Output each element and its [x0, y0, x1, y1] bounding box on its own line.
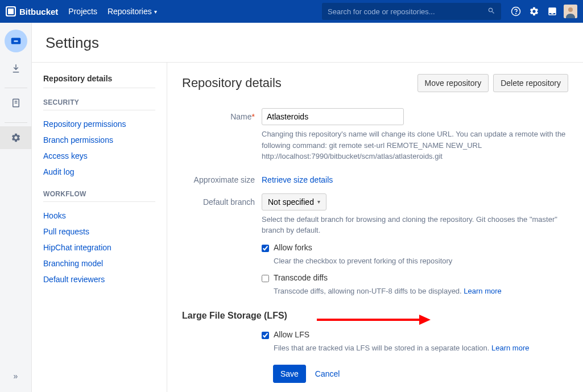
nav-branch-permissions[interactable]: Branch permissions — [43, 132, 155, 148]
user-avatar[interactable] — [564, 5, 577, 18]
default-branch-select[interactable]: Not specified ▾ — [262, 193, 326, 211]
search-input[interactable] — [328, 7, 487, 16]
settings-nav-title: Repository details — [43, 74, 155, 88]
lfs-learn-more-link[interactable]: Learn more — [491, 344, 529, 352]
name-input[interactable] — [262, 108, 404, 125]
branch-help-text: Select the default branch for browsing a… — [262, 214, 568, 236]
nav-repositories-label: Repositories — [107, 7, 152, 16]
security-section-label: SECURITY — [43, 98, 155, 110]
transcode-diffs-checkbox[interactable] — [262, 275, 269, 282]
nav-hooks[interactable]: Hooks — [43, 208, 155, 224]
transcode-learn-more-link[interactable]: Learn more — [464, 287, 501, 295]
svg-rect-5 — [14, 40, 18, 42]
allow-forks-help: Clear the checkbox to prevent forking of… — [274, 255, 568, 267]
chevron-down-icon: ▾ — [154, 9, 157, 15]
bitbucket-icon — [6, 6, 16, 16]
default-branch-value: Not specified — [268, 197, 314, 207]
content-area: Repository details Move repository Delet… — [167, 63, 583, 392]
allow-lfs-help: Files that are tracked via LFS will be s… — [274, 343, 568, 354]
allow-forks-checkbox[interactable] — [262, 245, 269, 252]
nav-audit-log[interactable]: Audit log — [43, 164, 155, 180]
retrieve-size-link[interactable]: Retrieve size details — [262, 171, 333, 184]
name-label: Name* — [182, 108, 262, 162]
cancel-button[interactable]: Cancel — [308, 365, 347, 382]
move-repository-button[interactable]: Move repository — [417, 74, 489, 92]
admin-gear-icon[interactable] — [525, 2, 543, 20]
nav-default-reviewers[interactable]: Default reviewers — [43, 271, 155, 287]
allow-forks-label: Allow forks — [274, 243, 568, 252]
nav-hipchat[interactable]: HipChat integration — [43, 240, 155, 255]
sidebar-collapse-button[interactable]: » — [0, 365, 32, 387]
transcode-diffs-help: Transcode diffs, allowing non-UTF-8 diff… — [274, 286, 568, 297]
lfs-heading: Large File Storage (LFS) — [182, 311, 568, 321]
search-box[interactable] — [322, 3, 501, 20]
size-label: Approximate size — [182, 171, 262, 184]
brand-name: Bitbucket — [19, 7, 58, 16]
name-help-text: Changing this repository's name will cha… — [262, 129, 568, 162]
settings-nav: Repository details SECURITY Repository p… — [32, 63, 167, 392]
chevron-down-icon: ▾ — [317, 199, 320, 205]
sidebar-settings-icon[interactable] — [0, 126, 32, 149]
nav-branching-model[interactable]: Branching model — [43, 255, 155, 271]
allow-lfs-checkbox[interactable] — [262, 332, 269, 339]
save-button[interactable]: Save — [273, 365, 306, 383]
page-title-bar: Settings — [32, 23, 583, 63]
transcode-diffs-label: Transcode diffs — [274, 273, 568, 282]
nav-repositories[interactable]: Repositories ▾ — [107, 7, 157, 16]
nav-projects[interactable]: Projects — [68, 7, 97, 16]
help-icon[interactable] — [507, 2, 525, 20]
nav-pull-requests[interactable]: Pull requests — [43, 224, 155, 240]
svg-point-1 — [516, 13, 516, 14]
branch-label: Default branch — [182, 193, 262, 297]
nav-repo-permissions[interactable]: Repository permissions — [43, 116, 155, 132]
icon-sidebar: » — [0, 23, 32, 392]
svg-point-3 — [568, 7, 573, 12]
nav-access-keys[interactable]: Access keys — [43, 148, 155, 164]
delete-repository-button[interactable]: Delete repository — [493, 74, 568, 92]
sidebar-download-icon[interactable] — [5, 57, 27, 80]
sidebar-repo-icon[interactable] — [5, 30, 27, 52]
content-heading: Repository details — [182, 76, 413, 90]
brand-logo[interactable]: Bitbucket — [6, 6, 58, 16]
top-header: Bitbucket Projects Repositories ▾ — [0, 0, 583, 23]
workflow-section-label: WORKFLOW — [43, 190, 155, 202]
sidebar-source-icon[interactable] — [5, 92, 27, 114]
page-title: Settings — [46, 34, 569, 52]
inbox-icon[interactable] — [543, 2, 561, 20]
search-icon — [487, 7, 495, 16]
allow-lfs-label: Allow LFS — [274, 330, 568, 339]
